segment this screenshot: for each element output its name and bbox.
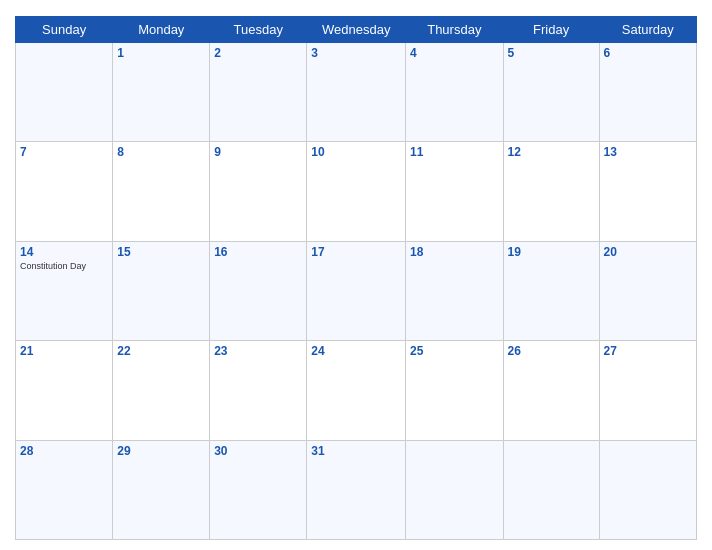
day-cell: 21 [16, 341, 113, 440]
calendar-wrapper: SundayMondayTuesdayWednesdayThursdayFrid… [0, 0, 712, 550]
days-header-row: SundayMondayTuesdayWednesdayThursdayFrid… [16, 17, 697, 43]
day-number: 29 [117, 444, 205, 458]
day-number: 20 [604, 245, 692, 259]
week-row-5: 28293031 [16, 440, 697, 539]
day-cell: 8 [113, 142, 210, 241]
day-cell: 31 [307, 440, 406, 539]
week-row-3: 14Constitution Day151617181920 [16, 241, 697, 340]
day-number: 24 [311, 344, 401, 358]
day-number: 17 [311, 245, 401, 259]
day-cell: 28 [16, 440, 113, 539]
day-number: 11 [410, 145, 499, 159]
day-number: 8 [117, 145, 205, 159]
day-cell: 26 [503, 341, 599, 440]
day-cell: 22 [113, 341, 210, 440]
day-header-thursday: Thursday [406, 17, 504, 43]
day-cell: 27 [599, 341, 696, 440]
week-row-1: 123456 [16, 43, 697, 142]
day-number: 31 [311, 444, 401, 458]
day-header-saturday: Saturday [599, 17, 696, 43]
calendar-table: SundayMondayTuesdayWednesdayThursdayFrid… [15, 16, 697, 540]
day-cell: 1 [113, 43, 210, 142]
week-row-2: 78910111213 [16, 142, 697, 241]
day-cell: 3 [307, 43, 406, 142]
day-cell: 25 [406, 341, 504, 440]
day-number: 14 [20, 245, 108, 259]
holiday-label: Constitution Day [20, 261, 108, 271]
day-cell: 13 [599, 142, 696, 241]
day-header-friday: Friday [503, 17, 599, 43]
day-number: 2 [214, 46, 302, 60]
day-number: 19 [508, 245, 595, 259]
day-cell: 19 [503, 241, 599, 340]
day-number: 28 [20, 444, 108, 458]
day-cell: 4 [406, 43, 504, 142]
day-header-monday: Monday [113, 17, 210, 43]
day-number: 6 [604, 46, 692, 60]
day-number: 15 [117, 245, 205, 259]
day-cell: 2 [210, 43, 307, 142]
day-number: 22 [117, 344, 205, 358]
day-number: 21 [20, 344, 108, 358]
day-cell [16, 43, 113, 142]
day-number: 5 [508, 46, 595, 60]
day-cell [503, 440, 599, 539]
day-number: 26 [508, 344, 595, 358]
day-cell: 20 [599, 241, 696, 340]
day-header-tuesday: Tuesday [210, 17, 307, 43]
day-cell: 18 [406, 241, 504, 340]
day-cell: 5 [503, 43, 599, 142]
day-cell: 14Constitution Day [16, 241, 113, 340]
day-cell: 16 [210, 241, 307, 340]
day-cell [406, 440, 504, 539]
day-cell: 29 [113, 440, 210, 539]
day-cell: 12 [503, 142, 599, 241]
day-cell: 11 [406, 142, 504, 241]
day-cell: 10 [307, 142, 406, 241]
week-row-4: 21222324252627 [16, 341, 697, 440]
day-number: 10 [311, 145, 401, 159]
day-cell: 17 [307, 241, 406, 340]
day-header-wednesday: Wednesday [307, 17, 406, 43]
day-cell: 7 [16, 142, 113, 241]
day-number: 7 [20, 145, 108, 159]
day-cell: 30 [210, 440, 307, 539]
day-number: 23 [214, 344, 302, 358]
day-header-sunday: Sunday [16, 17, 113, 43]
day-number: 1 [117, 46, 205, 60]
day-number: 12 [508, 145, 595, 159]
day-number: 13 [604, 145, 692, 159]
day-number: 9 [214, 145, 302, 159]
day-cell [599, 440, 696, 539]
day-number: 4 [410, 46, 499, 60]
day-cell: 23 [210, 341, 307, 440]
day-number: 16 [214, 245, 302, 259]
day-cell: 15 [113, 241, 210, 340]
day-cell: 24 [307, 341, 406, 440]
day-number: 18 [410, 245, 499, 259]
day-number: 25 [410, 344, 499, 358]
day-number: 27 [604, 344, 692, 358]
day-number: 30 [214, 444, 302, 458]
day-number: 3 [311, 46, 401, 60]
day-cell: 9 [210, 142, 307, 241]
day-cell: 6 [599, 43, 696, 142]
